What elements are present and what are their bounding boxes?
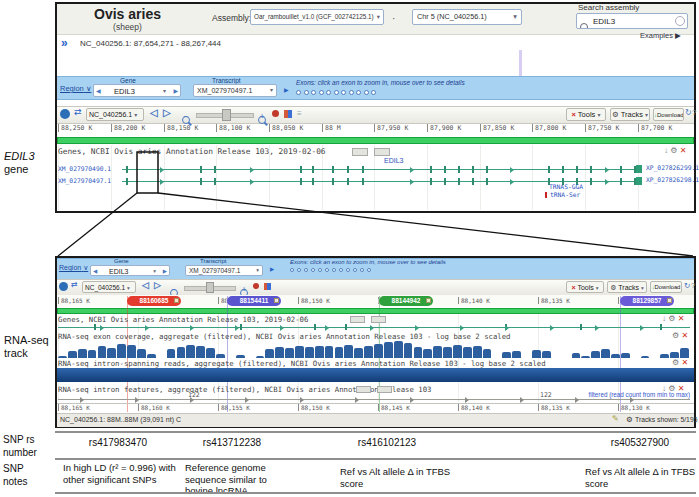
exon-dot[interactable] [304, 268, 308, 272]
zoom-sequence-icon[interactable] [253, 283, 259, 289]
panel2-sequence-bar[interactable] [57, 308, 694, 314]
exon-dot[interactable] [319, 90, 324, 95]
exon-dot[interactable] [332, 268, 336, 272]
region-toggle[interactable]: Region ∨ [59, 264, 88, 272]
tracks-button[interactable]: ⚙ Tracks ▾ [610, 108, 650, 121]
sequence-dropdown[interactable]: NC_040256.1 ▾ [82, 281, 136, 293]
gene-symbol-label[interactable]: EDIL3 [384, 157, 403, 164]
next-gene-icon[interactable]: ▶ [163, 267, 167, 276]
search-assembly-input[interactable]: EDIL3 [576, 13, 688, 29]
gear-icon[interactable]: ⚙ [672, 331, 679, 340]
exon-dot[interactable] [349, 90, 354, 95]
gene-selector[interactable]: ◀ EDIL3 ▾ ▶ [90, 265, 170, 276]
snp-marker-88144942[interactable]: 88144942 [379, 296, 433, 306]
next-exon-icon[interactable]: ▶ [270, 266, 274, 272]
track-mini-button[interactable] [352, 148, 368, 156]
help-icon[interactable]: ? [691, 281, 695, 290]
zoom-slider-handle[interactable] [206, 282, 214, 293]
pencil-icon[interactable]: ✎ [612, 414, 619, 423]
protein-accession[interactable]: XP_027826298.1 [646, 176, 699, 183]
prev-gene-icon[interactable]: ◀ [93, 267, 97, 276]
exon-dot[interactable] [296, 90, 301, 95]
flip-strands-icon[interactable]: ⇄ [74, 107, 82, 117]
flip-strands-icon[interactable]: ⇄ [71, 280, 78, 289]
exon-dot[interactable] [364, 90, 369, 95]
exon-dot[interactable] [311, 268, 315, 272]
close-icon[interactable]: ✕ [680, 146, 687, 155]
examples-link[interactable]: Examples ▶ [640, 31, 681, 40]
coverage-bin [433, 346, 442, 358]
exon-dot[interactable] [367, 268, 371, 272]
next-exon-icon[interactable]: ▶ [284, 86, 289, 93]
chromosome-dropdown[interactable]: ▾ Chr 5 (NC_040256.1) [412, 9, 522, 25]
zoom-slider-handle[interactable] [222, 109, 231, 121]
download-button[interactable]: ↓Download [653, 108, 684, 121]
track-actions: ⚙ ✕ [672, 358, 688, 367]
close-icon[interactable]: ✕ [678, 314, 685, 323]
track-mini-button[interactable] [371, 316, 386, 323]
refresh-icon[interactable]: ↻ [684, 281, 690, 290]
transcript-selector[interactable]: ▾ XM_027970497.1 [185, 265, 263, 276]
download-button[interactable]: ↓Download [650, 281, 682, 293]
refresh-icon[interactable]: ↻ [685, 108, 692, 117]
gear-icon[interactable]: ⚙ [668, 314, 675, 323]
close-icon[interactable]: ✕ [681, 358, 688, 367]
close-icon[interactable]: ✕ [681, 331, 688, 340]
help-icon[interactable]: ? [692, 108, 696, 117]
tracks-shown-gear-icon[interactable]: ⚙ [626, 415, 633, 424]
download-icon[interactable]: ↓ [664, 146, 668, 155]
snp-marker-88129857[interactable]: 88129857 [620, 296, 674, 306]
track-mini-button[interactable] [356, 386, 371, 393]
region-toggle[interactable]: Region ∨ [60, 84, 91, 93]
exon-dot[interactable] [346, 268, 350, 272]
next-gene-icon[interactable]: ▶ [173, 86, 178, 97]
transcript-accession[interactable]: XM_027970497.1 [58, 177, 111, 184]
protein-accession[interactable]: XP_027826299.1 [646, 164, 699, 171]
intron-arrow-icon [510, 167, 514, 173]
track-mini-button[interactable] [377, 386, 392, 393]
track-mini-button[interactable] [374, 148, 390, 156]
pan-left-icon[interactable]: ◁ [150, 107, 158, 118]
panel1-sequence-bar[interactable] [57, 137, 694, 144]
snp-marker-88154411[interactable]: 88154411 [227, 296, 281, 306]
exon-dot[interactable] [311, 90, 316, 95]
sequence-dropdown[interactable]: NC_040256.1 ▾ [86, 108, 144, 121]
gear-icon[interactable]: ⚙ [672, 358, 679, 367]
exon-dot[interactable] [326, 90, 331, 95]
pan-right-icon[interactable]: ▷ [163, 107, 171, 118]
exon-dot[interactable] [371, 90, 376, 95]
panels-icon[interactable] [284, 110, 292, 118]
exon-dot[interactable] [360, 268, 364, 272]
assembly-dropdown[interactable]: ▾ Oar_rambouillet_v1.0 (GCF_002742125.1) [250, 9, 384, 25]
zoom-sequence-icon[interactable] [272, 110, 279, 117]
prev-gene-icon[interactable]: ◀ [96, 86, 101, 97]
gene-selector[interactable]: ◀ EDIL3 ▾ ▶ [93, 84, 181, 97]
transcript-accession[interactable]: XM_027970490.1 [58, 165, 111, 172]
pan-right-icon[interactable]: ▷ [154, 280, 161, 290]
download-icon[interactable]: ↓ [662, 314, 666, 323]
exon-dot[interactable] [353, 268, 357, 272]
tools-button[interactable]: × Tools ▾ [566, 281, 604, 293]
search-go-button[interactable] [675, 16, 685, 26]
exon-dot[interactable] [318, 268, 322, 272]
exon-dot[interactable] [334, 90, 339, 95]
tracks-button[interactable]: ⚙ Tracks ▾ [607, 281, 647, 293]
trna-gene-label[interactable]: TRNAS-GGA [549, 183, 583, 190]
pan-left-icon[interactable]: ◁ [142, 280, 149, 290]
trna-product-label[interactable]: tRNA-Ser [550, 191, 580, 198]
exon-dot[interactable] [325, 268, 329, 272]
exon-dot[interactable] [339, 268, 343, 272]
tools-button[interactable]: × Tools ▾ [566, 108, 606, 121]
panels-icon[interactable] [264, 283, 271, 290]
exon-dot[interactable] [341, 90, 346, 95]
exon-dot[interactable] [356, 90, 361, 95]
ruler-options-icon[interactable]: ≡ [297, 109, 302, 118]
expand-chevrons-icon[interactable]: » [61, 36, 68, 50]
snp-marker-88160685[interactable]: 88160685 [127, 296, 181, 306]
exon-dot[interactable] [290, 268, 294, 272]
transcript-selector[interactable]: ▾ XM_027970497.1 [193, 84, 277, 97]
exon-dot[interactable] [304, 90, 309, 95]
gear-icon[interactable]: ⚙ [670, 146, 677, 155]
exon-dot[interactable] [297, 268, 301, 272]
track-mini-button[interactable] [350, 316, 365, 323]
